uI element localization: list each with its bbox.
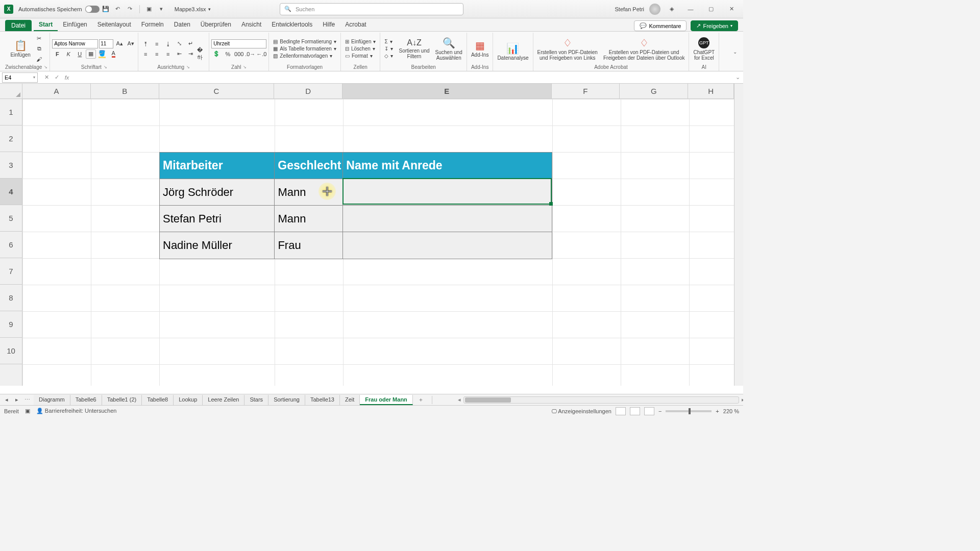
ribbon-tab-überprüfen[interactable]: Überprüfen (195, 19, 236, 31)
row-header[interactable]: 2 (0, 126, 22, 152)
sheet-tab[interactable]: Tabelle1 (2) (102, 395, 142, 405)
table-cell[interactable] (343, 206, 552, 232)
table-cell[interactable] (343, 232, 552, 259)
find-select-button[interactable]: 🔍Suchen und Auswählen (433, 36, 464, 62)
sheet-tab[interactable]: Frau oder Mann (360, 395, 413, 405)
dialog-launcher-icon[interactable]: ↘ (104, 65, 107, 69)
ribbon-tab-daten[interactable]: Daten (169, 19, 195, 31)
sort-filter-button[interactable]: A↓ZSortieren und Filtern (397, 37, 431, 61)
collapse-ribbon-icon[interactable]: ⌄ (730, 49, 740, 55)
column-header[interactable]: F (552, 84, 620, 98)
autosave-toggle[interactable] (85, 6, 100, 13)
row-header[interactable]: 8 (0, 285, 22, 311)
row-header[interactable]: 5 (0, 205, 22, 232)
save-icon[interactable]: 💾 (100, 4, 111, 15)
chatgpt-button[interactable]: GPTChatGPT for Excel (691, 36, 717, 62)
macro-record-icon[interactable]: ▣ (25, 408, 30, 414)
number-format-select[interactable] (211, 39, 266, 48)
spreadsheet-grid[interactable]: ABCDEFGH 12345678910 MitarbeiterGeschlec… (0, 84, 743, 394)
close-button[interactable]: ✕ (724, 4, 739, 14)
italic-icon[interactable]: K (63, 49, 74, 59)
ribbon-tab-file[interactable]: Datei (5, 20, 32, 31)
sheet-tab[interactable]: Tabelle6 (70, 395, 102, 405)
format-as-table-button[interactable]: ▦Als Tabelle formatieren▾ (271, 45, 338, 52)
sheet-tab[interactable]: Zeit (340, 395, 360, 405)
align-center-icon[interactable]: ≡ (152, 49, 162, 59)
vertical-scrollbar[interactable] (734, 84, 743, 386)
addins-button[interactable]: ▦Add-Ins (469, 39, 491, 59)
normal-view-icon[interactable] (616, 407, 626, 415)
font-color-icon[interactable]: A (108, 49, 118, 59)
delete-cells-button[interactable]: ⊟Löschen▾ (343, 45, 378, 52)
column-header[interactable]: E (342, 84, 551, 98)
select-all-corner[interactable] (0, 84, 22, 99)
column-header[interactable]: C (159, 84, 275, 98)
undo-icon[interactable]: ↶ (112, 4, 124, 15)
row-header[interactable]: 6 (0, 232, 22, 258)
page-layout-view-icon[interactable] (630, 407, 640, 415)
increase-indent-icon[interactable]: ⇥ (185, 49, 195, 59)
align-bottom-icon[interactable]: ⭳ (163, 39, 173, 48)
minimize-button[interactable]: — (683, 4, 698, 14)
acrobat-pdf-link-button[interactable]: ♢Erstellen von PDF-Dateien und Freigeben… (535, 36, 600, 62)
cell-styles-button[interactable]: ▧Zellenformatvorlagen▾ (271, 53, 338, 59)
comma-icon[interactable]: 000 (234, 49, 244, 59)
data-analysis-button[interactable]: 📊Datenanalyse (495, 42, 530, 62)
redo-icon[interactable]: ↷ (125, 4, 136, 15)
cut-icon[interactable]: ✂ (34, 34, 44, 43)
table-header-cell[interactable]: Name mit Anrede (343, 153, 552, 179)
paste-button[interactable]: 📋Einfügen (8, 39, 32, 59)
merge-icon[interactable]: �하 (197, 49, 207, 59)
row-header[interactable]: 4 (0, 179, 22, 205)
bold-icon[interactable]: F (52, 49, 62, 59)
percent-icon[interactable]: % (223, 49, 233, 59)
sheet-nav-more-icon[interactable]: ⋯ (22, 396, 32, 403)
row-header[interactable]: 9 (0, 311, 22, 338)
diamond-icon[interactable]: ◈ (666, 4, 677, 15)
format-painter-icon[interactable]: 🖌 (34, 55, 44, 64)
align-middle-icon[interactable]: ≡ (152, 39, 162, 48)
page-break-view-icon[interactable] (644, 407, 654, 415)
row-header[interactable]: 7 (0, 258, 22, 285)
name-box[interactable]: E4 ▾ (2, 72, 38, 83)
comments-button[interactable]: 💬Kommentare (634, 20, 687, 31)
fill-button[interactable]: ↧▾ (382, 45, 395, 52)
table-header-cell[interactable]: Mitarbeiter (160, 153, 275, 179)
horizontal-scrollbar[interactable]: ◂▸ (463, 396, 739, 404)
ribbon-tab-start[interactable]: Start (34, 19, 58, 31)
camera-icon[interactable]: ▣ (143, 4, 155, 15)
maximize-button[interactable]: ▢ (703, 4, 719, 14)
accessibility-status[interactable]: 👤 Barrierefreiheit: Untersuchen (36, 408, 117, 414)
sheet-nav-prev-icon[interactable]: ▸ (12, 396, 21, 403)
table-cell[interactable]: Jörg Schröder (160, 179, 275, 206)
font-size-select[interactable] (99, 39, 113, 48)
ribbon-tab-ansicht[interactable]: Ansicht (236, 19, 266, 31)
table-header-cell[interactable]: Geschlecht (275, 153, 343, 179)
fill-color-icon[interactable]: 🪣 (97, 49, 107, 59)
clear-button[interactable]: ◇▾ (382, 53, 395, 59)
table-cell[interactable]: Mann (275, 179, 343, 206)
add-sheet-button[interactable]: ＋ (413, 394, 429, 405)
table-cell[interactable]: Frau (275, 232, 343, 259)
qat-customize-icon[interactable]: ▾ (156, 4, 167, 15)
table-cell[interactable]: Nadine Müller (160, 232, 275, 259)
expand-formula-bar-icon[interactable]: ⌄ (732, 74, 743, 81)
search-box[interactable]: 🔍 Suchen (280, 3, 463, 15)
decrease-font-icon[interactable]: A▾ (126, 39, 136, 48)
dialog-launcher-icon[interactable]: ↘ (243, 65, 247, 69)
acrobat-pdf-outlook-button[interactable]: ♢Erstellen von PDF-Dateien und Freigeben… (601, 36, 687, 62)
table-cell[interactable] (343, 179, 552, 206)
ribbon-tab-formeln[interactable]: Formeln (136, 19, 169, 31)
sheet-tab[interactable]: Tabelle8 (142, 395, 174, 405)
underline-icon[interactable]: U (75, 49, 85, 59)
ribbon-tab-acrobat[interactable]: Acrobat (340, 19, 371, 31)
column-header[interactable]: H (688, 84, 734, 98)
insert-cells-button[interactable]: ⊞Einfügen▾ (343, 38, 378, 45)
dialog-launcher-icon[interactable]: ↘ (186, 65, 190, 69)
table-cell[interactable]: Stefan Petri (160, 206, 275, 232)
zoom-out-button[interactable]: − (658, 408, 662, 414)
row-header[interactable]: 10 (0, 338, 22, 364)
zoom-level[interactable]: 220 % (723, 408, 739, 414)
align-right-icon[interactable]: ≡ (163, 49, 173, 59)
fx-icon[interactable]: fx (62, 74, 71, 81)
